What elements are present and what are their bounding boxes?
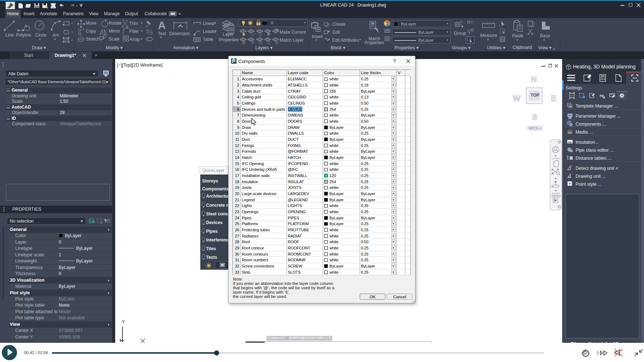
svg-text:?: ? bbox=[570, 165, 573, 169]
